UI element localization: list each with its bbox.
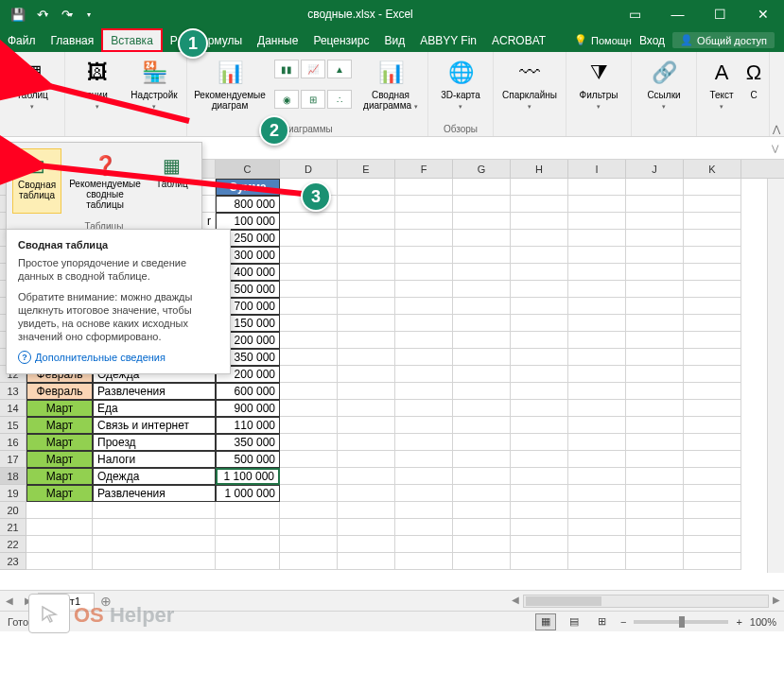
sparklines-button[interactable]: 〰 Спарклайны▾ [499, 56, 560, 134]
3d-map-button[interactable]: 🌐 3D-карта▾ [434, 56, 487, 122]
cell[interactable] [280, 264, 338, 281]
signin-link[interactable]: Вход [639, 34, 665, 47]
cell[interactable] [626, 383, 684, 400]
cell[interactable] [280, 298, 338, 315]
cell[interactable] [511, 264, 568, 281]
cell[interactable] [395, 281, 453, 298]
cell[interactable] [684, 400, 741, 417]
pivot-chart-button[interactable]: 📊 Сводная диаграмма ▾ [359, 56, 422, 122]
cell[interactable] [280, 213, 338, 230]
cell[interactable]: Проезд [93, 434, 216, 451]
cell[interactable] [395, 298, 453, 315]
cell[interactable]: 110 000 [216, 417, 280, 434]
cell[interactable] [511, 451, 568, 468]
cell[interactable] [568, 247, 626, 264]
cell[interactable] [568, 417, 626, 434]
cell[interactable] [453, 315, 511, 332]
cell[interactable] [568, 298, 626, 315]
cell[interactable]: 100 000 [216, 213, 280, 230]
tab-insert[interactable]: Вставка [101, 28, 163, 52]
cell[interactable] [453, 468, 511, 485]
tab-home[interactable]: Главная [44, 28, 102, 52]
cell[interactable] [511, 468, 568, 485]
cell[interactable] [338, 400, 395, 417]
line-chart-icon[interactable]: 📈 [301, 60, 325, 78]
zoom-out-button[interactable]: − [620, 616, 626, 628]
filters-button[interactable]: ⧩ Фильтры▾ [572, 56, 625, 134]
tab-view[interactable]: Вид [376, 28, 412, 52]
cell[interactable] [395, 417, 453, 434]
close-icon[interactable]: ✕ [741, 0, 784, 28]
cell[interactable] [626, 451, 684, 468]
cell[interactable] [93, 519, 216, 536]
cell[interactable] [280, 247, 338, 264]
cell[interactable] [280, 468, 338, 485]
cell[interactable] [684, 281, 741, 298]
tooltip-more-link[interactable]: ? Дополнительные сведения [18, 351, 218, 364]
cell[interactable] [338, 264, 395, 281]
cell[interactable] [626, 417, 684, 434]
cell[interactable] [626, 247, 684, 264]
cell[interactable] [568, 332, 626, 349]
cell[interactable] [684, 434, 741, 451]
collapse-ribbon-icon[interactable]: ⋀ [773, 124, 780, 134]
cell[interactable] [453, 536, 511, 553]
col-header[interactable]: G [453, 160, 511, 178]
cell[interactable] [568, 315, 626, 332]
row-header[interactable]: 15 [0, 417, 26, 434]
cell[interactable] [511, 247, 568, 264]
cell[interactable] [395, 468, 453, 485]
cell[interactable] [280, 553, 338, 570]
cell[interactable]: 600 000 [216, 383, 280, 400]
cell[interactable] [511, 519, 568, 536]
cell[interactable] [511, 400, 568, 417]
cell[interactable] [453, 383, 511, 400]
cell[interactable] [684, 502, 741, 519]
cell[interactable] [626, 519, 684, 536]
cell[interactable] [280, 281, 338, 298]
row-header[interactable]: 23 [0, 553, 26, 570]
cell[interactable] [511, 332, 568, 349]
cell[interactable] [395, 196, 453, 213]
horizontal-scrollbar[interactable] [523, 595, 769, 608]
cell[interactable] [395, 383, 453, 400]
cell[interactable] [684, 179, 741, 196]
cell[interactable] [453, 502, 511, 519]
bar-chart-icon[interactable]: ▮▮ [274, 60, 299, 78]
cell[interactable] [511, 502, 568, 519]
cell[interactable] [216, 536, 280, 553]
cell[interactable] [568, 230, 626, 247]
cell[interactable] [684, 196, 741, 213]
cell[interactable]: Март [26, 400, 93, 417]
col-header[interactable]: H [511, 160, 568, 178]
zoom-thumb[interactable] [679, 616, 685, 628]
cell[interactable] [453, 247, 511, 264]
col-header[interactable]: J [626, 160, 684, 178]
scatter-chart-icon[interactable]: ∴ [327, 90, 352, 109]
row-header[interactable]: 20 [0, 502, 26, 519]
cell[interactable] [684, 349, 741, 366]
cell[interactable]: Развлечения [93, 485, 216, 502]
cell[interactable]: Еда [93, 400, 216, 417]
cell[interactable] [568, 264, 626, 281]
cell[interactable] [395, 230, 453, 247]
text-button[interactable]: A Текст▾ [703, 56, 740, 134]
tab-file[interactable]: Файл [0, 28, 44, 52]
cell[interactable] [453, 519, 511, 536]
cell[interactable] [280, 536, 338, 553]
cell[interactable] [338, 519, 395, 536]
cell[interactable] [395, 400, 453, 417]
cell[interactable] [338, 213, 395, 230]
cell[interactable] [511, 349, 568, 366]
cell[interactable] [626, 485, 684, 502]
tab-data[interactable]: Данные [250, 28, 305, 52]
cell[interactable] [280, 417, 338, 434]
qat-customize-icon[interactable]: ▾ [78, 4, 99, 25]
cell[interactable] [511, 383, 568, 400]
cell[interactable] [338, 417, 395, 434]
cell[interactable] [338, 332, 395, 349]
tab-abbyy[interactable]: ABBYY Fin [412, 28, 484, 52]
sheet-nav-prev-icon[interactable]: ◀ [0, 592, 19, 611]
cell[interactable] [684, 230, 741, 247]
cell[interactable] [338, 553, 395, 570]
